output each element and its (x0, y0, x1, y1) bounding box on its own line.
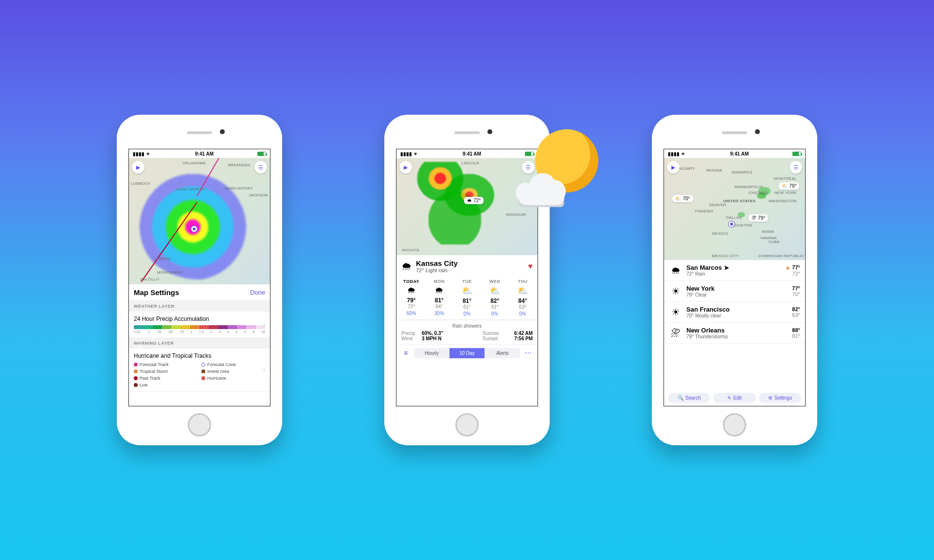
city-row[interactable]: 🌧San Marcos ➤72° Rain▲ 77°72° (664, 260, 805, 281)
forecast-day[interactable]: TODAY🌧79°72°60% (397, 279, 425, 316)
phone-map-settings: ▮▮▮▮ᯤ 9:41 AM OKLAHOMA ARKANSAS Lubbock … (117, 115, 282, 445)
forecast-day[interactable]: THU⛅84°63°0% (509, 279, 537, 316)
status-time: 9:41 AM (195, 151, 214, 157)
status-bar: ▮▮▮▮ᯤ 9:41 AM (664, 149, 805, 158)
detail-title: Rain showers (401, 323, 533, 329)
tab-10day[interactable]: 10 Day (449, 348, 485, 358)
forecast-day[interactable]: WED⛅82°61°0% (481, 279, 509, 316)
map-label: Shreveport (225, 186, 253, 191)
battery-icon (257, 152, 266, 156)
status-time: 9:41 AM (730, 151, 749, 157)
home-button[interactable] (188, 413, 211, 437)
layers-button[interactable]: ☰ (790, 161, 802, 174)
panel-title: Map Settings (134, 288, 179, 297)
status-time: 9:41 AM (463, 151, 481, 157)
city-marker[interactable]: ⛈79° (749, 214, 768, 222)
edit-button[interactable]: ✎Edit (713, 393, 755, 403)
phone-city-list: ▮▮▮▮ᯤ 9:41 AM UNITED STATES MEXICO Calga… (652, 115, 817, 445)
play-button[interactable]: ▶ (399, 161, 412, 174)
edit-icon: ✎ (727, 395, 731, 401)
city-row[interactable]: ⛈New Orleans79° Thunderstorms88°81° (664, 323, 805, 344)
map-label: Lincoln (461, 161, 479, 165)
map-label: OKLAHOMA (182, 161, 206, 165)
chevron-right-icon: › (263, 321, 265, 328)
map-label: Fort Worth (177, 187, 205, 192)
map-label: Saltillo (140, 277, 159, 281)
layers-button[interactable]: ☰ (254, 161, 267, 174)
city-marker[interactable]: ⛅79° (779, 182, 799, 190)
signal-icon: ▮▮▮▮ (133, 151, 144, 157)
section-warning-layer: WARNING LAYER (129, 338, 270, 349)
radar-map[interactable]: OKLAHOMA ARKANSAS Lubbock Fort Worth Shr… (129, 158, 270, 284)
battery-icon (792, 152, 801, 156)
map-label: Monterrey (157, 270, 183, 275)
forecast-day[interactable]: MON🌧81°64°30% (425, 279, 453, 316)
city-name: Kansas City (416, 259, 458, 267)
settings-button[interactable]: ⚙Settings (759, 393, 801, 403)
city-row[interactable]: ☀New York79° Clear77°70° (664, 281, 805, 302)
play-button[interactable]: ▶ (132, 161, 144, 174)
map-label: Lubbock (131, 181, 150, 186)
home-button[interactable] (455, 413, 479, 437)
alert-icon: ▲ (785, 264, 790, 271)
rain-icon: 🌧 (467, 198, 472, 203)
current-location-dot (191, 226, 197, 232)
section-weather-layer: WEATHER LAYER (129, 301, 270, 312)
forecast-day[interactable]: TUE⛅81°61°0% (453, 279, 481, 316)
wifi-icon: ᯤ (146, 151, 151, 157)
favorite-button[interactable]: ♥ (528, 262, 533, 271)
view-segmented-control[interactable]: Hourly 10 Day Alerts (414, 348, 520, 358)
search-icon: 🔍 (678, 395, 683, 401)
wifi-icon: ᯤ (682, 151, 686, 157)
map-label: Laredo (154, 257, 171, 261)
map-label: Wichita (402, 248, 419, 252)
precip-title: 24 Hour Precip Accumulation (134, 315, 265, 322)
map-label: MISSOURI (506, 212, 526, 217)
search-button[interactable]: 🔍Search (668, 393, 710, 403)
gear-icon: ⚙ (768, 395, 772, 401)
more-button[interactable]: ⋯ (523, 348, 534, 358)
play-button[interactable]: ▶ (667, 161, 680, 174)
city-marker[interactable]: ⛅70° (672, 195, 693, 202)
done-button[interactable]: Done (250, 289, 265, 296)
signal-icon: ▮▮▮▮ (400, 151, 412, 157)
status-bar: ▮▮▮▮ᯤ 9:41 AM (129, 149, 270, 158)
wifi-icon: ᯤ (414, 151, 419, 157)
warning-layer-row[interactable]: Hurricane and Tropical Tracks Forecast T… (129, 349, 270, 392)
warning-title: Hurricane and Tropical Tracks (134, 352, 265, 359)
precip-layer-row[interactable]: 24 Hour Precip Accumulation <.01.1.25.50… (129, 312, 270, 338)
signal-icon: ▮▮▮▮ (668, 151, 680, 157)
map-label: ARKANSAS (228, 163, 250, 167)
weather-icon: 🌧 (401, 260, 412, 273)
location-icon: ➤ (724, 264, 729, 271)
chevron-right-icon: › (263, 367, 265, 373)
city-row[interactable]: ☀San Francisco70° Mostly clear82°63° (664, 302, 805, 323)
map-label: Jackson (249, 193, 268, 197)
menu-button[interactable]: ≡ (400, 348, 411, 358)
overview-map[interactable]: UNITED STATES MEXICO Calgary Regina Winn… (664, 158, 805, 260)
tab-hourly[interactable]: Hourly (414, 348, 449, 358)
app-logo-weather-icon (516, 129, 598, 212)
home-button[interactable] (723, 413, 746, 437)
tab-alerts[interactable]: Alerts (485, 348, 520, 358)
current-temp-popup: 🌧72° (464, 197, 484, 204)
